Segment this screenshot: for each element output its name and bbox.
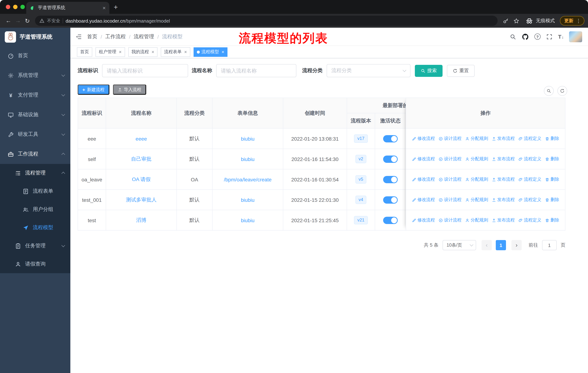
design-process-link[interactable]: 设计流程 <box>439 197 462 203</box>
design-process-link[interactable]: 设计流程 <box>439 176 462 182</box>
process-definition-link[interactable]: 流程定义 <box>518 217 541 223</box>
form-info-link[interactable]: biubiu <box>212 190 283 210</box>
delete-process-link[interactable]: 删除 <box>545 156 559 162</box>
form-info-link[interactable]: biubiu <box>212 128 283 149</box>
bookmark-star-icon[interactable] <box>513 18 519 24</box>
help-icon[interactable]: ? <box>535 33 541 40</box>
tab-close-icon[interactable]: × <box>102 5 106 10</box>
active-toggle[interactable] <box>383 155 398 163</box>
close-icon[interactable]: × <box>119 49 122 55</box>
sidebar-item-process-form[interactable]: 流程表单 <box>0 182 70 200</box>
process-id-input[interactable] <box>102 64 188 77</box>
browser-menu-icon[interactable]: ⋮ <box>576 18 581 24</box>
publish-process-link[interactable]: 发布流程 <box>492 197 515 203</box>
sidebar-item-task-management[interactable]: 任务管理 <box>0 237 70 255</box>
assign-rule-link[interactable]: 分配规则 <box>465 176 488 182</box>
active-toggle[interactable] <box>383 176 398 183</box>
assign-rule-link[interactable]: 分配规则 <box>465 135 488 142</box>
modify-process-link[interactable]: 修改流程 <box>412 197 435 203</box>
process-name-link[interactable]: 滔博 <box>106 210 177 230</box>
create-process-button[interactable]: + 新建流程 <box>78 84 109 95</box>
process-name-link[interactable]: 测试多审批人 <box>106 190 177 210</box>
modify-process-link[interactable]: 修改流程 <box>412 156 435 162</box>
delete-process-link[interactable]: 删除 <box>545 176 559 182</box>
minimize-window-button[interactable] <box>13 5 18 9</box>
form-info-link[interactable]: /bpm/oa/leave/create <box>212 169 283 190</box>
forward-button[interactable]: → <box>13 18 23 24</box>
sidebar-item-process-model[interactable]: 流程模型 <box>0 219 70 237</box>
assign-rule-link[interactable]: 分配规则 <box>465 197 488 203</box>
delete-process-link[interactable]: 删除 <box>545 217 559 223</box>
delete-process-link[interactable]: 删除 <box>545 197 559 203</box>
address-bar[interactable]: 不安全 dashboard.yudao.iocoder.cn/bpm/manag… <box>35 16 498 26</box>
form-info-link[interactable]: biubiu <box>212 210 283 230</box>
sidebar-item-user-group[interactable]: 用户分组 <box>0 200 70 219</box>
fullscreen-icon[interactable] <box>546 33 553 40</box>
modify-process-link[interactable]: 修改流程 <box>412 135 435 142</box>
close-icon[interactable]: × <box>184 49 187 55</box>
tag-tenant[interactable]: 租户管理× <box>95 47 125 57</box>
process-definition-link[interactable]: 流程定义 <box>518 197 541 203</box>
process-definition-link[interactable]: 流程定义 <box>518 135 541 142</box>
tag-my-process[interactable]: 我的流程× <box>128 47 158 57</box>
design-process-link[interactable]: 设计流程 <box>439 217 462 223</box>
font-size-icon[interactable]: T↕ <box>558 33 564 40</box>
publish-process-link[interactable]: 发布流程 <box>492 217 515 223</box>
page-size-select[interactable]: 10条/页 <box>442 240 476 250</box>
active-toggle[interactable] <box>383 196 398 203</box>
avatar[interactable] <box>569 31 582 42</box>
collapse-sidebar-icon[interactable] <box>75 33 82 40</box>
sidebar-item-workflow[interactable]: 工作流程 <box>0 144 70 164</box>
assign-rule-link[interactable]: 分配规则 <box>465 156 488 162</box>
active-toggle[interactable] <box>383 135 398 142</box>
design-process-link[interactable]: 设计流程 <box>439 135 462 142</box>
github-icon[interactable] <box>522 33 529 40</box>
tag-process-model[interactable]: 流程模型× <box>194 47 228 57</box>
breadcrumb-home[interactable]: 首页 <box>87 33 97 40</box>
update-button[interactable]: 更新 ⋮ <box>560 16 584 26</box>
modify-process-link[interactable]: 修改流程 <box>412 217 435 223</box>
delete-process-link[interactable]: 删除 <box>545 135 559 142</box>
sidebar-item-payment[interactable]: ¥ 支付管理 <box>0 85 70 105</box>
process-name-link[interactable]: eeee <box>106 128 177 149</box>
process-name-input[interactable] <box>216 64 296 77</box>
next-page-button[interactable]: › <box>511 240 522 250</box>
toggle-search-button[interactable] <box>544 86 554 96</box>
active-toggle[interactable] <box>383 217 398 224</box>
sidebar-item-process-management[interactable]: 流程管理 <box>0 164 70 182</box>
publish-process-link[interactable]: 发布流程 <box>492 176 515 182</box>
breadcrumb-process-management[interactable]: 流程管理 <box>134 33 154 40</box>
browser-tab[interactable]: 芋道管理系统 × <box>26 2 109 14</box>
process-name-link[interactable]: OA 请假 <box>106 169 177 190</box>
design-process-link[interactable]: 设计流程 <box>439 156 462 162</box>
search-icon[interactable] <box>510 33 516 40</box>
password-key-icon[interactable] <box>503 18 509 24</box>
close-icon[interactable]: × <box>222 49 224 55</box>
form-info-link[interactable]: biubiu <box>212 149 283 169</box>
tag-process-form[interactable]: 流程表单× <box>161 47 190 57</box>
import-process-button[interactable]: 导入流程 <box>113 84 146 95</box>
process-category-select[interactable]: 流程分类 <box>327 64 410 77</box>
sidebar-item-infrastructure[interactable]: 基础设施 <box>0 105 70 125</box>
prev-page-button[interactable]: ‹ <box>482 240 492 250</box>
assign-rule-link[interactable]: 分配规则 <box>465 217 488 223</box>
tag-home[interactable]: 首页 <box>77 47 92 57</box>
publish-process-link[interactable]: 发布流程 <box>492 135 515 142</box>
page-number-1[interactable]: 1 <box>496 240 506 250</box>
back-button[interactable]: ← <box>4 18 13 24</box>
process-definition-link[interactable]: 流程定义 <box>518 156 541 162</box>
new-tab-button[interactable]: + <box>114 3 118 11</box>
sidebar-item-home[interactable]: 首页 <box>0 46 70 66</box>
process-definition-link[interactable]: 流程定义 <box>518 176 541 182</box>
close-window-button[interactable] <box>6 5 10 9</box>
sidebar-item-devtools[interactable]: 研发工具 <box>0 125 70 144</box>
zoom-window-button[interactable] <box>21 5 25 9</box>
publish-process-link[interactable]: 发布流程 <box>492 156 515 162</box>
refresh-table-button[interactable] <box>557 86 567 96</box>
reset-button[interactable]: 重置 <box>447 65 475 77</box>
search-button[interactable]: 搜索 <box>415 65 442 77</box>
breadcrumb-workflow[interactable]: 工作流程 <box>105 33 126 40</box>
close-icon[interactable]: × <box>151 49 154 55</box>
reload-button[interactable]: ↻ <box>23 17 32 24</box>
sidebar-item-system[interactable]: 系统管理 <box>0 66 70 85</box>
